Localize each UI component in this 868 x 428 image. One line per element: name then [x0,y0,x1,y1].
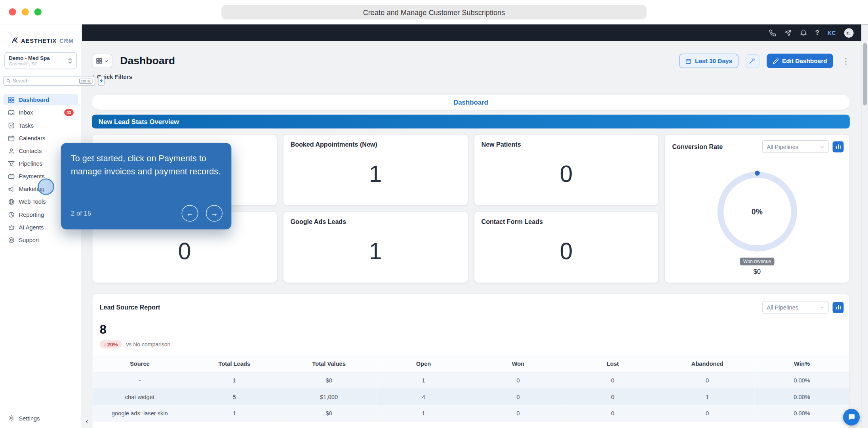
scrollbar-thumb[interactable] [863,43,867,105]
conversion-donut-chart: 0% [717,172,797,251]
calendar-icon [8,134,15,141]
tour-tooltip-text: To get started, click on Payments to man… [71,152,221,178]
close-window-button[interactable] [9,8,16,15]
chevron-down-icon [820,305,824,310]
pie-chart-icon [8,211,15,218]
edit-dashboard-label: Edit Dashboard [782,57,827,64]
table-cell: chat widget [92,388,187,405]
phone-icon[interactable] [769,29,776,36]
sidebar-collapse-button[interactable]: ‹ [82,416,91,426]
table-cell: 1 [187,372,282,388]
arrow-left-icon: ← [186,209,194,218]
grid-icon [96,57,103,64]
table-cell: 0 [565,388,660,405]
column-header: Lost [565,355,660,372]
lead-source-table: Source Total Leads Total Values Open Won… [92,355,849,422]
table-cell: google ads: laser skin [92,405,187,422]
dashboard-main: Dashboard Last 30 Days Edit D [82,41,868,428]
avatar-t[interactable]: T... [844,28,854,38]
tour-next-button[interactable]: → [206,205,223,222]
table-cell: 5 [187,388,282,405]
pipeline-filter-select[interactable]: All Pipelines [762,301,829,313]
sidebar-item-settings[interactable]: Settings [0,415,82,428]
pipeline-filter-value: All Pipelines [767,143,798,150]
chart-settings-button[interactable] [833,141,844,152]
sidebar-item-label: AI Agents [19,224,44,231]
sidebar-item-label: Web Tools [19,198,46,205]
sidebar-item-calendars[interactable]: Calendars [3,132,78,143]
quick-actions-button[interactable] [98,76,105,86]
stat-card-value: 0 [92,238,276,265]
launchpad-rocket-icon[interactable] [784,29,791,36]
sidebar-search[interactable]: ctrl+K [3,76,95,86]
sidebar-item-label: Support [19,237,39,243]
sidebar-item-dashboard[interactable]: Dashboard [3,94,78,105]
search-shortcut-kbd: ctrl+K [79,78,93,84]
table-cell: - [92,372,187,388]
window-controls [9,8,41,15]
date-range-button[interactable]: Last 30 Days [680,54,739,68]
chevron-down-icon [820,144,824,149]
stat-card-title: Google Ads Leads [291,218,346,225]
location-switcher[interactable]: Demo - Med Spa Greenville, SC [4,52,77,69]
bar-chart-icon [835,304,841,310]
app-logo: AESTHETIX CRM [0,25,82,44]
stat-card-title: Contact Form Leads [482,218,543,225]
table-cell: 1 [376,405,471,422]
bar-chart-icon [835,143,841,149]
sidebar-item-support[interactable]: Support [3,234,78,245]
more-options-kebab-icon[interactable]: ⋮ [842,57,850,65]
sidebar-item-tasks[interactable]: Tasks [3,120,78,131]
pipeline-filter-value: All Pipelines [767,304,798,311]
conversion-rate-card: Conversion Rate All Pipelines [664,134,850,283]
stat-card-value: 0 [474,238,658,265]
won-revenue-tooltip: Won revenue [740,258,774,266]
pencil-icon [773,58,779,64]
search-input[interactable] [13,78,78,84]
column-header: Total Leads [187,355,282,372]
table-cell: 0 [471,388,565,405]
stat-card-title: Booked Appointments (New) [291,141,377,148]
magic-wand-button[interactable] [746,54,760,68]
dashboard-switcher-button[interactable] [92,54,112,68]
edit-dashboard-button[interactable]: Edit Dashboard [767,54,833,68]
notifications-bell-icon[interactable] [800,29,807,36]
table-cell: 0 [565,405,660,422]
chart-settings-button[interactable] [833,302,844,313]
avatar-kc[interactable]: KC [828,30,836,36]
scrollbar-track[interactable] [861,25,868,428]
sidebar-item-inbox[interactable]: Inbox 43 [3,107,78,118]
table-row: - 1 $0 1 0 0 0 0.00% [92,372,849,388]
help-icon[interactable]: ? [815,29,819,37]
pipeline-filter-select[interactable]: All Pipelines [762,140,829,153]
lead-source-total: 8 [100,323,849,337]
tour-back-button[interactable]: ← [182,205,198,222]
contacts-person-icon [8,147,15,154]
dashboard-tabbar: Dashboard [92,95,850,110]
settings-label: Settings [19,415,40,421]
logo-text-primary: AESTHETIX [21,37,57,44]
globe-icon [8,198,15,205]
column-header: Total Values [282,355,376,372]
minimize-window-button[interactable] [22,8,29,15]
chat-widget-button[interactable] [843,409,860,426]
tour-highlight-ring [38,178,54,195]
sidebar-item-label: Contacts [19,147,42,154]
pipeline-funnel-icon [8,160,15,167]
window-title: Create and Manage Customer Subscriptions [221,5,647,19]
quick-filters-button[interactable]: + Quick Filters [92,73,850,80]
table-row: google ads: laser skin 1 $0 1 0 0 0 0.00… [92,405,849,422]
chevron-left-icon: ‹ [86,417,88,425]
stat-card-value: 1 [283,161,467,187]
sidebar-item-label: Calendars [19,135,46,141]
lifebuoy-icon [8,236,15,243]
conversion-card-title: Conversion Rate [672,143,723,150]
zoom-window-button[interactable] [34,8,42,15]
column-header: Open [376,355,471,372]
table-cell: 0.00% [755,405,849,422]
table-row: chat widget 5 $1,000 4 0 0 1 0.00% [92,388,849,405]
table-cell: 1 [660,388,755,405]
won-revenue-value: $0 [665,268,849,275]
tab-dashboard[interactable]: Dashboard [453,98,488,106]
chat-bubble-icon [847,413,855,421]
